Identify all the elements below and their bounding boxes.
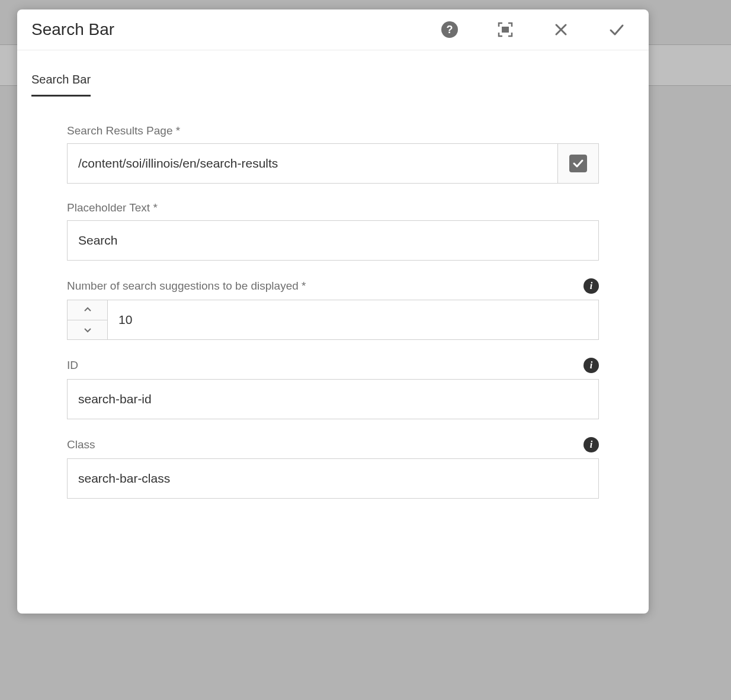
label-search-results-page: Search Results Page * <box>67 124 180 137</box>
dialog-body: Search Bar Search Results Page * <box>17 50 649 614</box>
path-picker-button[interactable] <box>557 143 599 184</box>
label-class: Class <box>67 438 95 451</box>
field-placeholder-text: Placeholder Text * <box>67 201 599 261</box>
field-num-suggestions: Number of search suggestions to be displ… <box>67 278 599 340</box>
input-id[interactable] <box>67 379 599 419</box>
close-button[interactable] <box>552 20 570 39</box>
label-num-suggestions: Number of search suggestions to be displ… <box>67 280 306 293</box>
label-placeholder-text: Placeholder Text * <box>67 201 158 214</box>
info-icon[interactable]: i <box>583 437 599 452</box>
field-class: Class i <box>67 437 599 499</box>
info-icon[interactable]: i <box>583 358 599 373</box>
input-search-results-page[interactable] <box>67 143 557 184</box>
input-class[interactable] <box>67 458 599 499</box>
dialog-header: Search Bar ? <box>17 9 649 50</box>
dialog-title: Search Bar <box>31 20 440 39</box>
path-picker-icon <box>569 155 587 172</box>
help-icon: ? <box>441 21 458 38</box>
help-button[interactable]: ? <box>440 20 459 39</box>
close-icon <box>554 23 568 37</box>
field-search-results-page: Search Results Page * <box>67 124 599 184</box>
dialog: Search Bar ? <box>17 9 649 614</box>
chevron-down-icon <box>84 327 92 333</box>
header-actions: ? <box>440 20 632 39</box>
tabs: Search Bar <box>31 73 634 97</box>
svg-rect-0 <box>502 27 509 33</box>
tab-search-bar[interactable]: Search Bar <box>31 73 91 97</box>
stepper <box>67 300 107 340</box>
input-placeholder-text[interactable] <box>67 220 599 261</box>
chevron-up-icon <box>84 307 92 313</box>
fullscreen-icon <box>497 21 514 38</box>
stepper-up-button[interactable] <box>68 300 107 320</box>
form: Search Results Page * Placeholder <box>31 124 634 499</box>
done-button[interactable] <box>607 20 626 39</box>
stepper-down-button[interactable] <box>68 320 107 340</box>
fullscreen-button[interactable] <box>496 20 515 39</box>
info-icon[interactable]: i <box>583 278 599 294</box>
label-id: ID <box>67 359 78 372</box>
field-id: ID i <box>67 358 599 419</box>
input-num-suggestions[interactable] <box>107 300 599 340</box>
check-icon <box>608 21 625 38</box>
